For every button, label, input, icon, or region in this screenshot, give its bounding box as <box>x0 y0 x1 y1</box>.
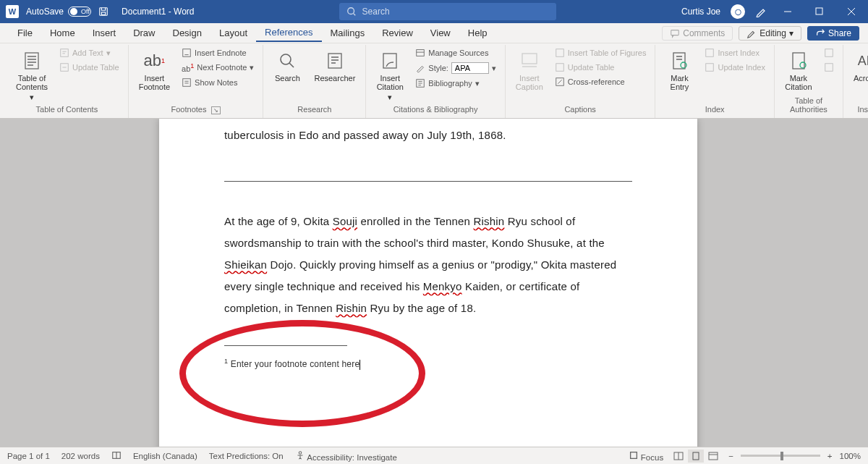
username[interactable]: Curtis Joe <box>681 7 720 17</box>
svg-point-28 <box>299 451 302 454</box>
body-paragraph[interactable]: tuberculosis in Edo and passed away on J… <box>224 119 632 146</box>
tab-view[interactable]: View <box>422 25 459 41</box>
svg-rect-1 <box>101 12 105 15</box>
zoom-out-button[interactable]: − <box>728 452 733 460</box>
svg-rect-13 <box>417 50 425 56</box>
tab-review[interactable]: Review <box>373 25 422 41</box>
mark-entry-button[interactable]: Mark Entry <box>661 46 697 94</box>
status-predictions[interactable]: Text Predictions: On <box>209 452 284 460</box>
status-language[interactable]: English (Canada) <box>133 452 197 460</box>
insert-index-button[interactable]: Insert Index <box>702 46 767 59</box>
footnote-area[interactable]: 1 Enter your footnote content here <box>224 345 632 375</box>
group-footnotes: ab1 Insert Footnote Insert Endnote ab1 N… <box>129 45 264 118</box>
status-accessibility[interactable]: Accessibility: Investigate <box>295 450 397 462</box>
insert-footnote-button[interactable]: ab1 Insert Footnote <box>135 46 174 94</box>
svg-point-10 <box>281 54 291 64</box>
autosave-toggle[interactable]: AutoSave Off <box>26 7 91 17</box>
show-notes-button[interactable]: Show Notes <box>179 76 257 89</box>
insert-citation-button[interactable]: Insert Citation ▾ <box>372 46 408 105</box>
add-text-button[interactable]: Add Text ▾ <box>56 46 122 59</box>
footnote-content[interactable]: Enter your footnote content here <box>228 359 359 369</box>
document-title: Document1 - Word <box>122 7 194 17</box>
status-word-count[interactable]: 202 words <box>61 452 100 460</box>
zoom-slider[interactable] <box>741 455 820 457</box>
sources-icon <box>415 48 425 58</box>
bibliography-button[interactable]: Bibliography ▾ <box>412 77 499 90</box>
spellcheck-squiggle[interactable]: Rishin <box>336 302 367 314</box>
zoom-level[interactable]: 100% <box>840 452 861 460</box>
manage-sources-button[interactable]: Manage Sources <box>412 46 499 59</box>
svg-rect-26 <box>825 64 833 72</box>
insert-caption-button[interactable]: Insert Caption <box>511 46 548 94</box>
spellcheck-squiggle[interactable]: Souji <box>333 215 357 227</box>
search-button[interactable]: Search <box>269 46 305 85</box>
insert-tof-button[interactable]: Insert Table of Figures <box>552 46 650 59</box>
comments-button[interactable]: Comments <box>662 26 733 41</box>
svg-rect-23 <box>793 53 804 69</box>
svg-rect-32 <box>709 452 718 460</box>
insert-endnote-button[interactable]: Insert Endnote <box>179 46 257 59</box>
researcher-button[interactable]: Researcher <box>310 46 359 85</box>
update-caption-table-button[interactable]: Update Table <box>552 61 650 74</box>
table-of-contents-button[interactable]: Table of Contents▾ <box>12 46 52 105</box>
tab-help[interactable]: Help <box>459 25 496 41</box>
style-dropdown[interactable]: Style: ▾ <box>412 61 499 75</box>
tab-home[interactable]: Home <box>41 25 84 41</box>
status-spell-icon[interactable] <box>111 450 122 462</box>
status-page[interactable]: Page 1 of 1 <box>7 452 50 460</box>
svg-rect-0 <box>100 8 108 16</box>
print-layout-button[interactable] <box>688 450 704 463</box>
pen-icon[interactable] <box>755 6 767 17</box>
share-button[interactable]: Share <box>807 26 859 41</box>
svg-rect-21 <box>706 49 714 57</box>
spellcheck-squiggle[interactable]: Shieikan <box>224 258 267 271</box>
tab-references[interactable]: References <box>256 24 321 42</box>
toa-icon <box>824 48 834 58</box>
maximize-button[interactable] <box>809 3 830 20</box>
document-page[interactable]: tuberculosis in Edo and passed away on J… <box>159 119 697 447</box>
read-mode-button[interactable] <box>671 450 686 463</box>
tab-insert[interactable]: Insert <box>84 25 125 41</box>
toa-insert-button[interactable] <box>821 46 837 59</box>
svg-rect-3 <box>816 8 822 14</box>
body-paragraph[interactable]: At the age of 9, Okita Souji enrolled in… <box>224 211 632 319</box>
svg-rect-5 <box>25 53 38 69</box>
user-avatar-icon[interactable]: ◯ <box>731 4 745 19</box>
dialog-launcher-icon[interactable]: ↘ <box>211 106 221 114</box>
document-canvas[interactable]: tuberculosis in Edo and passed away on J… <box>0 119 868 447</box>
view-buttons <box>671 450 721 463</box>
toa-update-icon <box>824 62 834 72</box>
tab-design[interactable]: Design <box>164 25 210 41</box>
update-index-button[interactable]: Update Index <box>702 61 767 74</box>
spellcheck-squiggle[interactable]: Rishin <box>474 215 505 227</box>
focus-mode-button[interactable]: Focus <box>629 450 664 462</box>
acronyms-button[interactable]: ABC Acronyms <box>849 46 868 85</box>
add-text-icon <box>59 48 69 58</box>
ribbon: Table of Contents▾ Add Text ▾ Update Tab… <box>0 43 868 119</box>
group-research: Search Researcher Research <box>263 45 366 118</box>
mark-citation-button[interactable]: Mark Citation <box>780 46 817 94</box>
tof-icon <box>555 48 565 58</box>
footnote-separator <box>224 345 347 346</box>
mark-entry-icon <box>669 51 689 71</box>
title-bar: W AutoSave Off Document1 - Word Search C… <box>0 0 868 23</box>
next-footnote-button[interactable]: ab1 Next Footnote ▾ <box>179 61 257 75</box>
spellcheck-squiggle[interactable]: Menkyo <box>423 280 462 292</box>
tab-mailings[interactable]: Mailings <box>322 25 374 41</box>
svg-rect-22 <box>706 64 714 72</box>
web-layout-button[interactable] <box>705 450 721 463</box>
style-value[interactable] <box>451 62 489 74</box>
minimize-button[interactable] <box>777 3 799 20</box>
cross-reference-button[interactable]: Cross-reference <box>552 75 650 88</box>
tab-layout[interactable]: Layout <box>210 25 256 41</box>
group-label: Footnotes ↘ <box>135 105 258 117</box>
save-icon[interactable] <box>98 7 109 17</box>
close-button[interactable] <box>841 3 862 20</box>
tab-file[interactable]: File <box>9 25 41 41</box>
search-input[interactable]: Search <box>339 3 556 20</box>
tab-draw[interactable]: Draw <box>124 25 163 41</box>
toa-update-button[interactable] <box>821 61 837 74</box>
update-table-button[interactable]: Update Table <box>56 61 122 74</box>
zoom-in-button[interactable]: + <box>827 452 833 460</box>
editing-dropdown[interactable]: Editing ▾ <box>739 26 801 41</box>
